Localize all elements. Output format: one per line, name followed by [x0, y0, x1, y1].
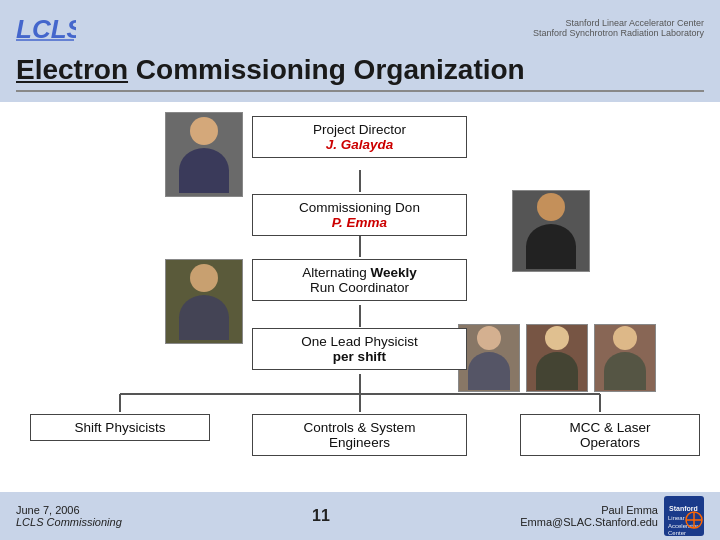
photo-project-director — [165, 112, 243, 197]
slac-logo-icon: Stanford Linear Accelerator Center — [664, 496, 704, 536]
project-director-title: Project Director — [265, 122, 454, 137]
footer-date: June 7, 2006 — [16, 504, 122, 516]
org1-label: Stanford Linear Accelerator Center — [565, 18, 704, 28]
org2-label: Stanford Synchrotron Radiation Laborator… — [533, 28, 704, 38]
org-chart-area: Project Director J. Galayda Commissionin… — [0, 102, 720, 492]
controls-line2: Engineers — [265, 435, 454, 450]
svg-text:Center: Center — [668, 530, 686, 536]
one-lead-line2: per shift — [265, 349, 454, 364]
photo-alternating — [165, 259, 243, 344]
photo-physicist-1 — [458, 324, 520, 392]
page-title: Electron Commissioning Organization — [16, 54, 704, 92]
one-lead-line1: One Lead Physicist — [265, 334, 454, 349]
footer-page: 11 — [312, 507, 330, 525]
alternating-line1: Alternating Weekly — [265, 265, 454, 280]
title-rest: Commissioning Organization — [128, 54, 525, 85]
footer-contact-name: Paul Emma — [601, 504, 658, 516]
box-shift-physicists: Shift Physicists — [30, 414, 210, 441]
box-mcc: MCC & Laser Operators — [520, 414, 700, 456]
shift-physicists-label: Shift Physicists — [43, 420, 197, 435]
footer-contact-email: Emma@SLAC.Stanford.edu — [520, 516, 658, 528]
lcls-logo-icon: LCLS — [16, 8, 76, 48]
box-project-director: Project Director J. Galayda — [252, 116, 467, 158]
alternating-line2: Run Coordinator — [265, 280, 454, 295]
svg-text:Stanford: Stanford — [669, 505, 698, 512]
commissioning-don-title: Commissioning Don — [265, 200, 454, 215]
controls-line1: Controls & System — [265, 420, 454, 435]
slide: LCLS Stanford Linear Accelerator Center … — [0, 0, 720, 540]
commissioning-don-name: P. Emma — [265, 215, 454, 230]
footer-left: June 7, 2006 LCLS Commissioning — [16, 504, 122, 528]
header: LCLS Stanford Linear Accelerator Center … — [0, 0, 720, 54]
header-orgs: Stanford Linear Accelerator Center Stanf… — [533, 18, 704, 38]
mcc-line2: Operators — [533, 435, 687, 450]
box-commissioning-don: Commissioning Don P. Emma — [252, 194, 467, 236]
footer-right: Paul Emma Emma@SLAC.Stanford.edu Stanfor… — [520, 496, 704, 536]
footer: June 7, 2006 LCLS Commissioning 11 Paul … — [0, 492, 720, 540]
box-controls: Controls & System Engineers — [252, 414, 467, 456]
svg-text:Linear: Linear — [668, 515, 685, 521]
mcc-line1: MCC & Laser — [533, 420, 687, 435]
box-alternating: Alternating Weekly Run Coordinator — [252, 259, 467, 301]
footer-event: LCLS Commissioning — [16, 516, 122, 528]
photo-physicist-3 — [594, 324, 656, 392]
title-bar: Electron Commissioning Organization — [0, 54, 720, 102]
project-director-name: J. Galayda — [265, 137, 454, 152]
box-one-lead: One Lead Physicist per shift — [252, 328, 467, 370]
title-underline: Electron — [16, 54, 128, 85]
photo-commissioning-don — [512, 190, 590, 272]
photo-physicist-2 — [526, 324, 588, 392]
